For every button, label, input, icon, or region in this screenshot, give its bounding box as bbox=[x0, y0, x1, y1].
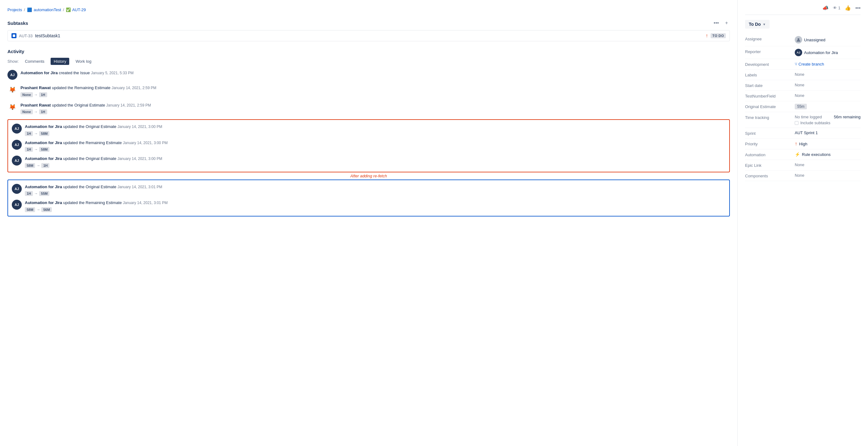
subtasks-more-button[interactable]: ••• bbox=[712, 20, 721, 26]
include-subtasks[interactable]: Include subtasks bbox=[795, 120, 861, 125]
components-label: Components bbox=[745, 173, 795, 178]
epic-link-value[interactable]: None bbox=[795, 162, 861, 167]
priority-value[interactable]: ↑ High bbox=[795, 141, 861, 147]
automation-label: Automation bbox=[745, 152, 795, 157]
todo-button-container: To Do ▼ bbox=[745, 20, 861, 29]
sprint-value[interactable]: AUT Sprint 1 bbox=[795, 130, 861, 135]
change-badges: None → 1H bbox=[21, 109, 730, 114]
entry-text: Automation for Jira updated the Remainin… bbox=[25, 140, 725, 146]
breadcrumb-issue-id[interactable]: AUT-29 bbox=[72, 7, 86, 12]
estimate-badge: 55m bbox=[795, 104, 807, 109]
include-subtasks-checkbox[interactable] bbox=[795, 121, 799, 125]
automation-field: Automation ⚡ Rule executions bbox=[745, 149, 861, 160]
no-time-logged: No time logged bbox=[795, 115, 822, 119]
test-number-value[interactable]: None bbox=[795, 93, 861, 98]
subtasks-title: Subtasks bbox=[7, 21, 28, 26]
red-highlight-box: AJ Automation for Jira updated the Origi… bbox=[7, 119, 730, 172]
avatar: AJ bbox=[12, 200, 22, 210]
automation-value[interactable]: ⚡ Rule executions bbox=[795, 152, 861, 157]
subtasks-add-button[interactable]: + bbox=[723, 20, 730, 26]
filter-comments[interactable]: Comments bbox=[22, 58, 48, 65]
components-field: Components None bbox=[745, 171, 861, 181]
change-to: 1H bbox=[39, 109, 47, 114]
labels-label: Labels bbox=[745, 72, 795, 77]
change-to: 56M bbox=[41, 207, 52, 212]
filter-history[interactable]: History bbox=[51, 58, 69, 65]
activity-entry: AJ Automation for Jira updated the Origi… bbox=[12, 124, 725, 136]
priority-label: Priority bbox=[745, 141, 795, 146]
test-number-label: TestNumberField bbox=[745, 93, 795, 98]
change-badges: 1H → 55M bbox=[25, 191, 725, 196]
epic-link-field: Epic Link None bbox=[745, 160, 861, 171]
avatar: AJ bbox=[12, 156, 22, 166]
breadcrumb: Projects / 🟦 automationTest / ✅ AUT-29 bbox=[7, 5, 730, 14]
todo-label: To Do bbox=[749, 22, 761, 27]
sprint-field: Sprint AUT Sprint 1 bbox=[745, 128, 861, 139]
priority-icon: ↑ bbox=[795, 141, 797, 147]
entry-text: Automation for Jira updated the Original… bbox=[25, 184, 725, 190]
create-branch-link[interactable]: ⑂ Create branch bbox=[795, 61, 824, 66]
original-estimate-label: Original Estimate bbox=[745, 104, 795, 109]
change-to: 55M bbox=[39, 191, 49, 196]
change-badges: 1H → 58M bbox=[25, 147, 725, 152]
change-badges: 58M → 1H bbox=[25, 163, 725, 168]
change-to: 58M bbox=[39, 131, 49, 136]
subtask-id: AUT-33 bbox=[19, 34, 33, 38]
subtask-item[interactable]: AUT-33 testSubtask1 ↑ TO DO bbox=[7, 30, 730, 41]
entry-text: Automation for Jira created the Issue Ja… bbox=[21, 70, 730, 76]
activity-title: Activity bbox=[7, 49, 730, 54]
change-to: 1H bbox=[41, 163, 49, 168]
megaphone-icon[interactable]: 📣 bbox=[823, 5, 829, 11]
avatar: AJ bbox=[12, 124, 22, 133]
breadcrumb-projects[interactable]: Projects bbox=[7, 7, 22, 12]
activity-section: Activity Show: Comments History Work log… bbox=[7, 49, 730, 216]
subtask-status-badge: TO DO bbox=[711, 33, 726, 38]
start-date-value[interactable]: None bbox=[795, 83, 861, 87]
change-to: 1H bbox=[39, 92, 47, 97]
breadcrumb-project-name[interactable]: automationTest bbox=[34, 7, 61, 12]
labels-value[interactable]: None bbox=[795, 72, 861, 77]
more-options-icon[interactable]: ••• bbox=[855, 5, 861, 11]
original-estimate-value[interactable]: 55m bbox=[795, 104, 861, 109]
original-estimate-field: Original Estimate 55m bbox=[745, 101, 861, 112]
time-tracking-field: Time tracking No time logged 56m remaini… bbox=[745, 112, 861, 128]
components-value[interactable]: None bbox=[795, 173, 861, 178]
avatar: 🦊 bbox=[7, 102, 18, 112]
branch-icon: ⑂ bbox=[795, 61, 797, 66]
change-from: 1H bbox=[25, 131, 33, 136]
time-tracking-container: No time logged 56m remaining Include sub… bbox=[795, 115, 861, 125]
watch-count-value: 1 bbox=[838, 6, 840, 10]
start-date-field: Start date None bbox=[745, 80, 861, 91]
change-from: None bbox=[21, 92, 33, 97]
activity-entry: AJ Automation for Jira updated the Origi… bbox=[12, 184, 725, 196]
subtasks-header: Subtasks ••• + bbox=[7, 20, 730, 26]
activity-entry: 🦊 Prashant Rawat updated the Remaining E… bbox=[7, 85, 730, 97]
filter-worklog[interactable]: Work log bbox=[72, 58, 94, 65]
reporter-field: Reporter AJ Automation for Jira bbox=[745, 46, 861, 59]
right-panel-header: 📣 👁 1 👍 ••• bbox=[745, 5, 861, 15]
change-from: 58M bbox=[25, 207, 35, 212]
eye-icon: 👁 bbox=[833, 6, 837, 10]
chevron-down-icon: ▼ bbox=[763, 23, 766, 26]
avatar: AJ bbox=[12, 184, 22, 194]
assignee-avatar bbox=[795, 36, 802, 43]
assignee-label: Assignee bbox=[745, 36, 795, 41]
thumbsup-icon[interactable]: 👍 bbox=[845, 5, 851, 11]
entry-text: Prashant Rawat updated the Remaining Est… bbox=[21, 85, 730, 91]
development-field: Development ⑂ Create branch bbox=[745, 59, 861, 69]
change-badges: None → 1H bbox=[21, 92, 730, 97]
activity-entry: AJ Automation for Jira updated the Remai… bbox=[12, 140, 725, 152]
show-label: Show: bbox=[7, 59, 19, 64]
todo-status-button[interactable]: To Do ▼ bbox=[745, 20, 770, 29]
blue-highlight-box: AJ Automation for Jira updated the Origi… bbox=[7, 180, 730, 216]
change-from: 1H bbox=[25, 147, 33, 152]
change-from: None bbox=[21, 109, 33, 114]
assignee-field: Assignee Unassigned bbox=[745, 34, 861, 46]
svg-rect-0 bbox=[13, 34, 15, 37]
reporter-value: AJ Automation for Jira bbox=[795, 49, 861, 56]
epic-link-label: Epic Link bbox=[745, 162, 795, 168]
assignee-value[interactable]: Unassigned bbox=[795, 36, 861, 43]
change-badges: 58M → 56M bbox=[25, 207, 725, 212]
watch-button[interactable]: 👁 1 bbox=[833, 6, 840, 10]
entry-text: Automation for Jira updated the Original… bbox=[25, 124, 725, 130]
